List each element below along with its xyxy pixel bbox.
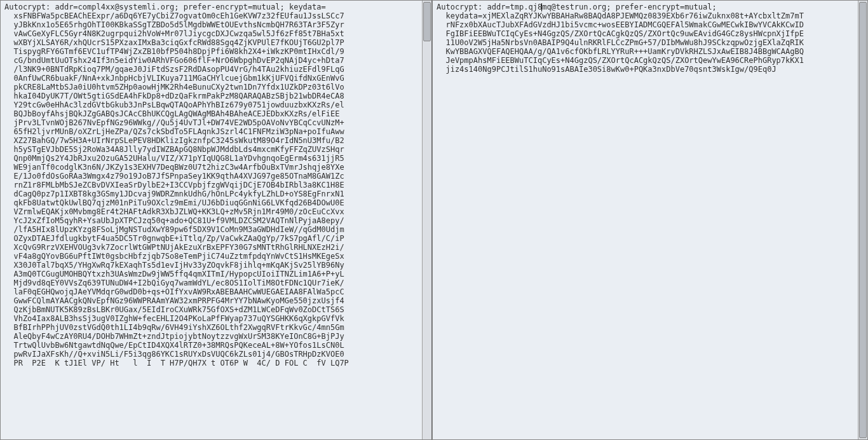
text-cursor — [541, 3, 542, 11]
right-text-content[interactable]: Autocrypt: addr=tmp.qj8mq@testrun.org; p… — [433, 1, 867, 440]
left-scroll-thumb[interactable] — [423, 2, 431, 41]
right-header-line: Autocrypt: addr=tmp.qj8mq@testrun.org; p… — [437, 3, 717, 11]
left-pane: Autocrypt: addr=compl4xx@systemli.org; p… — [0, 0, 432, 440]
left-scrollbar[interactable] — [422, 1, 431, 439]
left-text-content[interactable]: Autocrypt: addr=compl4xx@systemli.org; p… — [1, 1, 431, 440]
right-scroll-thumb[interactable] — [859, 2, 867, 438]
diff-view: Autocrypt: addr=compl4xx@systemli.org; p… — [0, 0, 868, 440]
right-pane: Autocrypt: addr=tmp.qj8mq@testrun.org; p… — [432, 0, 868, 440]
right-scrollbar[interactable] — [858, 1, 867, 439]
